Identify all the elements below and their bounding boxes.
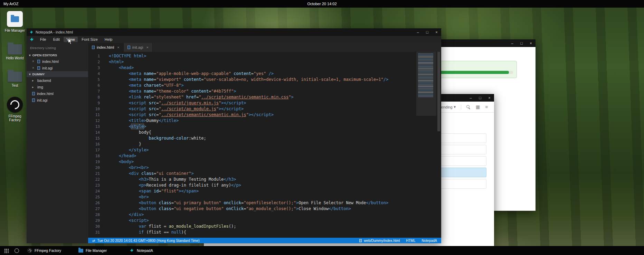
- menu-edit[interactable]: Edit: [50, 37, 63, 42]
- code-line-25[interactable]: <br>: [109, 194, 441, 200]
- code-line-4[interactable]: <meta name="apple-mobile-web-app-capable…: [109, 71, 441, 77]
- window-controls: – □ ×: [466, 94, 494, 102]
- maximize-button[interactable]: □: [517, 39, 526, 47]
- minimize-button[interactable]: –: [413, 28, 423, 36]
- code-line-9[interactable]: <script src="../script/jquery.min.js"></…: [109, 100, 441, 106]
- code-line-22[interactable]: <h3>This is a Dummy Testing Module</h3>: [109, 177, 441, 182]
- code-line-28[interactable]: </div>: [109, 212, 441, 218]
- open-editor-index.html[interactable]: ×index.html: [27, 58, 88, 65]
- file-icon: [32, 92, 35, 95]
- code-line-15[interactable]: background-color:white;: [109, 135, 441, 141]
- code-line-3[interactable]: <head>: [109, 65, 441, 71]
- section-label: DUMMY: [32, 72, 45, 76]
- code-line-14[interactable]: body{: [109, 130, 441, 135]
- code-line-20[interactable]: <br><br>: [109, 165, 441, 171]
- code-line-17[interactable]: </style>: [109, 147, 441, 153]
- code-line-30[interactable]: var flist = ao_module_loadInputFiles();: [109, 224, 441, 229]
- minimize-button[interactable]: –: [466, 94, 475, 102]
- code-line-31[interactable]: if (flist == null){: [109, 229, 441, 235]
- chevron-down-icon: ▾: [454, 105, 456, 109]
- grid-view-icon[interactable]: ▦: [476, 105, 480, 109]
- tree-item-img[interactable]: ▸img: [27, 84, 88, 90]
- line-number: 21: [88, 171, 100, 177]
- aroz-menu[interactable]: My ArOZ: [0, 2, 18, 6]
- statusbar-datetime: Tue Oct 20 2020 14:01:43 GMT+0800 (Hong …: [97, 239, 199, 243]
- tree-item-index.html[interactable]: index.html: [27, 90, 88, 97]
- desktop-icon-file-manager[interactable]: File Manager: [2, 11, 28, 33]
- code-line-24[interactable]: <span id="flist"></span>: [109, 188, 441, 194]
- minimap-slider[interactable]: [416, 52, 436, 116]
- open-editors-list: ×index.html×init.agi: [27, 58, 88, 71]
- code-line-16[interactable]: }: [109, 141, 441, 147]
- code-line-26[interactable]: <button class="ui primary button" onclic…: [109, 200, 441, 206]
- code-line-11[interactable]: <script src="../script/semantic/semantic…: [109, 112, 441, 118]
- menu-file[interactable]: File: [37, 37, 49, 42]
- code-line-2[interactable]: <html>: [109, 59, 441, 65]
- menu-font-size[interactable]: Font Size: [78, 37, 101, 42]
- code-line-29[interactable]: <script>: [109, 218, 441, 224]
- code-line-1[interactable]: <!DOCTYPE html>: [109, 53, 441, 59]
- line-number: 18: [88, 153, 100, 159]
- close-button[interactable]: ×: [526, 39, 536, 47]
- notepada-body: Directory Listing ▾ OPEN EDITORS ×index.…: [27, 43, 441, 243]
- code-line-19[interactable]: <body>: [109, 159, 441, 165]
- search-icon[interactable]: [466, 105, 471, 109]
- minimize-button[interactable]: –: [508, 39, 517, 47]
- editor[interactable]: 1234567891011121314151617181920212223242…: [88, 52, 441, 238]
- tab-close-icon[interactable]: ×: [146, 45, 148, 49]
- code-line-8[interactable]: <link rel="stylesheet" href="../script/s…: [109, 94, 441, 100]
- open-editor-label: index.html: [42, 59, 59, 64]
- code-line-21[interactable]: <div class="ui container">: [109, 171, 441, 177]
- open-editor-init.agi[interactable]: ×init.agi: [27, 65, 88, 71]
- taskbar-app-file-manager[interactable]: File Manager: [76, 246, 127, 255]
- code-line-6[interactable]: <meta charset="UTF-8">: [109, 83, 441, 88]
- clock: October 20 14:02: [307, 2, 337, 6]
- file-icon: [37, 66, 40, 70]
- menu-help[interactable]: Help: [102, 37, 116, 42]
- code-line-23[interactable]: <p>Received drag-in filelist (if any)</p…: [109, 182, 441, 188]
- close-editor-icon[interactable]: ×: [32, 66, 35, 70]
- tree-item-label: index.html: [37, 92, 54, 96]
- taskbar-app-notepada[interactable]: NotepadA: [127, 246, 178, 255]
- code-line-10[interactable]: <script src="../script/ao_module.js"></s…: [109, 106, 441, 112]
- minimap[interactable]: [416, 52, 436, 238]
- tree-item-init.agi[interactable]: init.agi: [27, 97, 88, 103]
- maximize-button[interactable]: □: [475, 94, 485, 102]
- notepada-titlebar[interactable]: NotepadA - index.html – □ ×: [27, 28, 441, 36]
- maximize-button[interactable]: □: [423, 28, 432, 36]
- sidebar-title: Directory Listing: [27, 43, 88, 52]
- dummy-folder-section[interactable]: ▾ DUMMY: [27, 71, 88, 77]
- scrollbar-thumb[interactable]: [437, 52, 440, 131]
- folder-icon: [8, 44, 22, 55]
- show-desktop-icon[interactable]: [15, 248, 19, 253]
- list-view-icon[interactable]: ≡: [485, 105, 488, 109]
- tab-init.agi[interactable]: init.agi×: [124, 43, 153, 52]
- file-icon: [359, 239, 362, 242]
- code-line-18[interactable]: </head>: [109, 153, 441, 159]
- file-icon: [92, 46, 95, 49]
- open-editors-section[interactable]: ▾ OPEN EDITORS: [27, 52, 88, 58]
- close-button[interactable]: ×: [432, 28, 441, 36]
- code-line-12[interactable]: <title>Dummy</title>: [109, 118, 441, 124]
- taskbar-app-ffmpeg-factory[interactable]: FFmpeg Factory: [25, 246, 76, 255]
- line-number: 22: [88, 177, 100, 182]
- line-number: 29: [88, 218, 100, 224]
- code-lines: <!DOCTYPE html><html> <head> <meta name=…: [104, 52, 441, 238]
- tab-close-icon[interactable]: ×: [117, 45, 119, 49]
- tab-index.html[interactable]: index.html×: [88, 43, 124, 52]
- close-editor-icon[interactable]: ×: [32, 59, 35, 63]
- code-line-13[interactable]: <style>: [109, 124, 441, 130]
- scrollbar[interactable]: [436, 52, 441, 238]
- tree-item-backend[interactable]: ▸backend: [27, 77, 88, 84]
- code-line-7[interactable]: <meta name="theme-color" content="#4b75f…: [109, 88, 441, 94]
- desktop-icon-test[interactable]: Test: [2, 69, 28, 88]
- code-line-5[interactable]: <meta name="viewport" content="user-scal…: [109, 77, 441, 83]
- taskbar-app-label: File Manager: [86, 248, 107, 253]
- start-button[interactable]: [0, 248, 12, 253]
- desktop-icon-ffmpeg-factory[interactable]: FFmpeg Factory: [2, 97, 28, 122]
- line-number: 31: [88, 229, 100, 235]
- desktop-icon-hello-world[interactable]: Hello World: [2, 42, 28, 60]
- mouse-cursor: [68, 38, 73, 45]
- close-button[interactable]: ×: [485, 94, 494, 102]
- code-line-27[interactable]: <button class="ui negative button" onCli…: [109, 206, 441, 212]
